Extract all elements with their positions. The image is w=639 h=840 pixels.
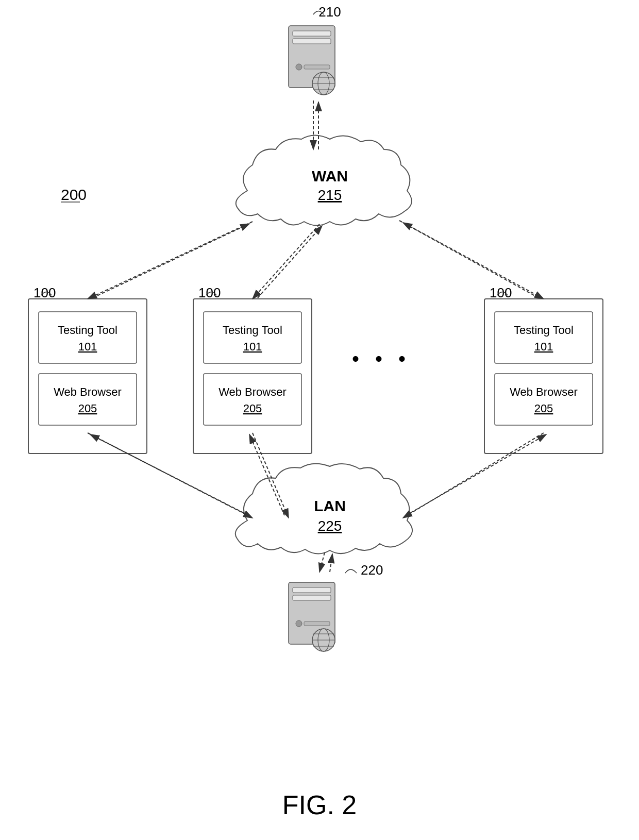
- svg-rect-18: [204, 374, 301, 425]
- web-server-icon: [289, 26, 335, 95]
- wan-number: 215: [318, 187, 342, 203]
- comp3-to-wan: [403, 223, 539, 298]
- tt1-number: 101: [78, 340, 97, 353]
- server-to-lan-arrow: [330, 554, 332, 572]
- tt3-label: Testing Tool: [514, 324, 574, 337]
- wb3-number: 205: [534, 402, 553, 415]
- lan-server-number: 220: [361, 562, 383, 578]
- svg-rect-14: [39, 312, 137, 363]
- tt2-label: Testing Tool: [223, 324, 282, 337]
- diagram-number: 200: [61, 186, 87, 203]
- svg-rect-26: [304, 621, 330, 626]
- wb1-number: 205: [78, 402, 97, 415]
- tt3-number: 101: [534, 340, 553, 353]
- computer-box-1: Testing Tool 101 Web Browser 205: [28, 299, 147, 453]
- svg-rect-21: [495, 374, 593, 425]
- web-server-number: 210: [318, 4, 341, 20]
- lan-number: 225: [318, 518, 342, 534]
- diagram-container: 200 210 WAN 215 Testing Tool 10: [0, 0, 639, 840]
- wan-to-comp2: [253, 224, 320, 299]
- lan-to-server-arrow: [320, 552, 325, 572]
- svg-rect-15: [39, 374, 137, 425]
- svg-rect-7: [304, 65, 330, 69]
- svg-rect-20: [495, 312, 593, 363]
- svg-rect-4: [293, 31, 331, 36]
- svg-rect-24: [293, 595, 331, 600]
- svg-rect-17: [204, 312, 301, 363]
- computer-box-2: Testing Tool 101 Web Browser 205: [193, 299, 312, 453]
- comp1-to-wan: [93, 224, 249, 298]
- wb2-label: Web Browser: [218, 385, 287, 398]
- svg-point-25: [296, 620, 302, 627]
- wan-cloud: WAN 215: [236, 136, 412, 226]
- computer-box-3: Testing Tool 101 Web Browser 205: [484, 299, 603, 453]
- svg-rect-23: [293, 587, 331, 593]
- ellipsis: • • •: [352, 347, 411, 370]
- tt1-label: Testing Tool: [58, 324, 117, 337]
- wb1-label: Web Browser: [54, 385, 122, 398]
- lan-label: LAN: [314, 497, 346, 514]
- wan-to-comp1: [88, 222, 253, 299]
- svg-point-6: [296, 64, 302, 70]
- lan-server-icon: [289, 582, 335, 651]
- lan-cloud: LAN 225: [236, 464, 412, 554]
- tt2-number: 101: [243, 340, 262, 353]
- wb2-number: 205: [243, 402, 262, 415]
- lan-to-comp3: [406, 434, 546, 515]
- fig-label: FIG. 2: [282, 790, 357, 820]
- svg-rect-5: [293, 39, 331, 44]
- wan-label: WAN: [312, 167, 348, 184]
- wb3-label: Web Browser: [510, 385, 578, 398]
- comp2-to-wan: [258, 226, 322, 298]
